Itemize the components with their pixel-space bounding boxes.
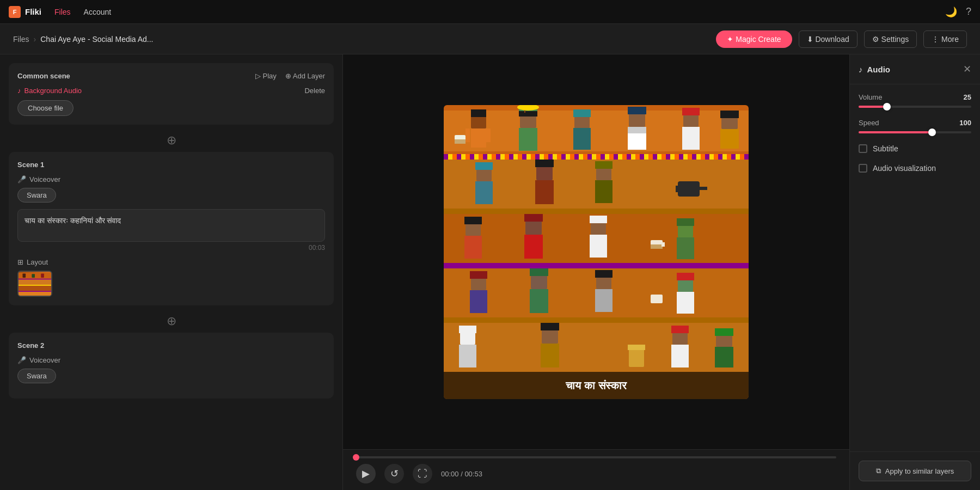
svg-rect-97 xyxy=(671,326,689,333)
common-scene-header: Common scene ▷ Play ⊕ Add Layer xyxy=(17,72,325,80)
svg-rect-45 xyxy=(535,160,554,167)
svg-rect-69 xyxy=(677,237,694,259)
svg-rect-48 xyxy=(595,161,612,169)
speed-slider[interactable] xyxy=(859,131,971,133)
audio-viz-checkbox[interactable] xyxy=(859,164,867,173)
center-panel: चाय का संस्कार xyxy=(343,54,849,490)
subtitle-label: Subtitle xyxy=(873,144,898,153)
common-scene-title: Common scene xyxy=(17,72,70,80)
theme-toggle-icon[interactable]: 🌙 xyxy=(945,6,957,18)
svg-rect-98 xyxy=(671,345,689,367)
layout-thumb-svg xyxy=(19,272,51,297)
play-pause-button[interactable]: ▶ xyxy=(356,464,376,483)
app-logo[interactable]: F Fliki xyxy=(9,6,41,18)
top-nav: F Fliki Files Account 🌙 ? xyxy=(0,0,980,24)
audio-icon: ♪ xyxy=(859,65,863,74)
voice-tag-1[interactable]: Swara xyxy=(17,188,56,203)
svg-rect-27 xyxy=(573,128,591,150)
magic-create-button[interactable]: ✦ Magic Create xyxy=(716,30,792,48)
nav-right-actions: 🌙 ? xyxy=(945,6,971,18)
nav-account[interactable]: Account xyxy=(84,8,112,16)
background-audio-label: ♪ Background Audio Delete xyxy=(17,87,325,95)
volume-label-row: Volume 25 xyxy=(859,93,971,101)
controls-row: ▶ ↺ ⛶ 00:00 / 00:53 xyxy=(356,464,836,483)
choose-file-button[interactable]: Choose file xyxy=(17,100,74,116)
speed-label-row: Speed 100 xyxy=(859,119,971,127)
breadcrumb-actions: ✦ Magic Create ⬇ Download ⚙ Settings ⋮ M… xyxy=(716,30,967,48)
svg-rect-66 xyxy=(661,242,665,247)
svg-rect-36 xyxy=(720,111,739,118)
svg-rect-73 xyxy=(470,271,487,279)
volume-slider[interactable] xyxy=(859,106,971,108)
left-panel: Common scene ▷ Play ⊕ Add Layer ♪ Backgr… xyxy=(0,54,343,490)
layout-label-1: ⊞ Layout xyxy=(17,258,325,266)
svg-rect-65 xyxy=(651,244,663,249)
svg-rect-9 xyxy=(41,273,44,278)
volume-handle[interactable] xyxy=(883,103,891,111)
right-panel-footer: ⧉ Apply to similar layers xyxy=(850,451,980,490)
video-preview-area: चाय का संस्कार xyxy=(343,54,849,449)
scene-1-header: Scene 1 xyxy=(17,161,325,169)
audio-viz-row: Audio visualization xyxy=(859,164,971,173)
scene-1-text[interactable]: चाय का संस्कारः कहानियां और संवाद xyxy=(17,209,325,242)
volume-value: 25 xyxy=(964,93,971,101)
svg-rect-49 xyxy=(595,180,612,203)
mic-icon-2: 🎤 xyxy=(17,356,26,364)
svg-rect-33 xyxy=(682,108,700,115)
svg-rect-77 xyxy=(530,289,548,313)
svg-rect-95 xyxy=(628,345,645,350)
progress-handle[interactable] xyxy=(353,454,359,461)
fullscreen-button[interactable]: ⛶ xyxy=(413,464,432,483)
apply-to-similar-button[interactable]: ⧉ Apply to similar layers xyxy=(859,461,971,481)
breadcrumb-bar: Files › Chai Aye Aye - Social Media Ad..… xyxy=(0,24,980,54)
speed-fill xyxy=(859,131,932,133)
right-panel: ♪ Audio ✕ Volume 25 Speed xyxy=(849,54,980,490)
speed-handle[interactable] xyxy=(928,128,936,136)
settings-button[interactable]: ⚙ Settings xyxy=(864,30,917,48)
layout-thumbnail-1[interactable] xyxy=(17,271,52,297)
svg-rect-52 xyxy=(700,187,707,190)
play-button[interactable]: ▷ Play xyxy=(255,72,277,80)
breadcrumb-root[interactable]: Files xyxy=(13,35,29,44)
progress-bar[interactable] xyxy=(356,456,836,458)
svg-rect-6 xyxy=(19,292,51,297)
svg-text:चाय का संस्कार: चाय का संस्कार xyxy=(565,379,627,391)
common-scene-card: Common scene ▷ Play ⊕ Add Layer ♪ Backgr… xyxy=(9,63,334,125)
svg-rect-26 xyxy=(573,109,591,117)
add-layer-button[interactable]: ⊕ Add Layer xyxy=(285,72,325,80)
help-icon[interactable]: ? xyxy=(966,6,971,17)
nav-files[interactable]: Files xyxy=(54,8,71,16)
svg-rect-60 xyxy=(524,235,543,259)
voice-tag-2[interactable]: Swara xyxy=(17,369,56,383)
close-right-panel-button[interactable]: ✕ xyxy=(963,63,971,75)
svg-rect-82 xyxy=(659,297,663,301)
volume-label: Volume xyxy=(859,93,882,101)
download-button[interactable]: ⬇ Download xyxy=(799,30,857,48)
add-scene-button-1[interactable]: ⊕ xyxy=(9,129,334,152)
svg-rect-79 xyxy=(595,270,612,278)
delete-bg-audio-button[interactable]: Delete xyxy=(304,87,325,95)
replay-button[interactable]: ↺ xyxy=(384,464,404,483)
svg-rect-7 xyxy=(23,273,26,278)
svg-rect-50 xyxy=(678,181,700,197)
svg-rect-22 xyxy=(519,128,537,151)
svg-rect-100 xyxy=(715,328,733,336)
svg-rect-53 xyxy=(444,209,749,214)
subtitle-checkbox[interactable] xyxy=(859,144,867,153)
logo-icon: F xyxy=(9,6,21,18)
svg-rect-68 xyxy=(677,218,694,226)
pixel-art-preview: चाय का संस्कार xyxy=(444,105,749,399)
scene-1-card: Scene 1 🎤 Voiceover Swara चाय का संस्कार… xyxy=(9,152,334,305)
breadcrumb-current: Chai Aye Aye - Social Media Ad... xyxy=(40,35,153,44)
svg-rect-39 xyxy=(444,154,749,160)
svg-rect-63 xyxy=(590,235,607,258)
svg-rect-93 xyxy=(541,344,559,367)
svg-rect-57 xyxy=(464,236,482,259)
add-scene-button-2[interactable]: ⊕ xyxy=(9,310,334,333)
svg-rect-8 xyxy=(32,274,35,278)
svg-rect-37 xyxy=(720,129,739,149)
svg-rect-16 xyxy=(486,128,491,142)
scene-2-header: Scene 2 xyxy=(17,341,325,350)
video-controls: ▶ ↺ ⛶ 00:00 / 00:53 xyxy=(343,449,849,490)
more-button[interactable]: ⋮ More xyxy=(923,30,967,48)
